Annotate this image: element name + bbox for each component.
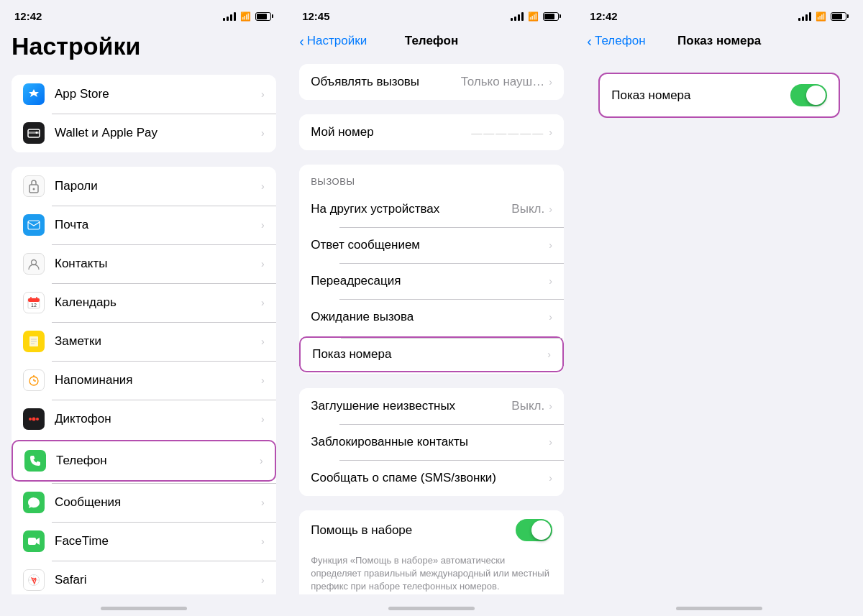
- calls-section-label: ВЫЗОВЫ: [299, 165, 564, 191]
- reminders-chevron: ›: [261, 374, 265, 386]
- home-indicator-3: [575, 594, 863, 616]
- calendar-chevron: ›: [261, 297, 265, 308]
- facetime-chevron: ›: [261, 535, 265, 547]
- notes-chevron: ›: [261, 336, 265, 347]
- phone-header: ‹ Настройки Телефон: [288, 27, 575, 58]
- list-item-passwords[interactable]: Пароли ›: [12, 167, 276, 206]
- mail-chevron: ›: [261, 219, 265, 231]
- show-number-chevron: ›: [547, 349, 551, 360]
- phone-scroll[interactable]: Объявлять вызовы Только науш… › Мой номе…: [288, 58, 575, 594]
- settings-scroll[interactable]: App Store › Wallet и Apple Pay ›: [0, 69, 288, 594]
- list-item-dial-assist[interactable]: Помощь в наборе: [299, 510, 564, 550]
- announce-label: Объявлять вызовы: [311, 75, 460, 89]
- list-item-phone[interactable]: Телефон ›: [12, 440, 276, 482]
- my-number-group: Мой номер —————— ›: [299, 114, 564, 150]
- status-icons-3: 📶: [798, 12, 849, 22]
- recorder-icon: [23, 408, 45, 430]
- wifi-icon-1: 📶: [240, 12, 251, 22]
- battery-icon-1: [255, 12, 273, 21]
- show-number-label-p2: Показ номера: [312, 347, 547, 362]
- list-item-other-devices[interactable]: На других устройствах Выкл. ›: [299, 191, 564, 227]
- phone-icon: [24, 450, 46, 472]
- status-icons-2: 📶: [511, 12, 561, 22]
- home-indicator-1: [0, 594, 288, 616]
- my-number-label: Мой номер: [311, 125, 471, 139]
- list-item-call-waiting[interactable]: Ожидание вызова ›: [299, 299, 564, 335]
- call-waiting-label: Ожидание вызова: [311, 310, 549, 324]
- svg-rect-5: [28, 221, 40, 229]
- show-number-scroll[interactable]: Показ номера: [575, 58, 863, 594]
- appstore-label: App Store: [55, 87, 261, 101]
- phone-panel: 12:45 📶 ‹ Настройки Телефон Объявлять вы…: [288, 0, 575, 616]
- list-item-appstore[interactable]: App Store ›: [12, 75, 276, 114]
- my-number-value: ——————: [471, 127, 544, 139]
- back-chevron-2: ‹: [299, 34, 304, 48]
- signal-icon-2: [511, 12, 524, 21]
- appstore-icon: [23, 83, 45, 105]
- status-bar-1: 12:42 📶: [0, 0, 288, 27]
- list-item-wallet[interactable]: Wallet и Apple Pay ›: [12, 114, 276, 152]
- svg-point-22: [36, 418, 39, 420]
- status-icons-1: 📶: [223, 12, 273, 22]
- assist-description: Функция «Помощь в наборе» автоматически …: [299, 550, 564, 594]
- contacts-label: Контакты: [55, 257, 261, 271]
- list-item-reply-message[interactable]: Ответ сообщением ›: [299, 227, 564, 263]
- back-to-phone[interactable]: ‹ Телефон: [587, 34, 645, 48]
- list-item-facetime[interactable]: FaceTime ›: [12, 522, 276, 561]
- block-group: Заглушение неизвестных Выкл. › Заблокиро…: [299, 388, 564, 496]
- list-item-mail[interactable]: Почта ›: [12, 206, 276, 244]
- blocked-contacts-chevron: ›: [549, 436, 552, 448]
- silence-unknown-chevron: ›: [549, 400, 552, 412]
- forwarding-label: Переадресация: [311, 274, 549, 288]
- back-label-2: Настройки: [307, 34, 367, 48]
- list-item-safari[interactable]: Safari ›: [12, 561, 276, 594]
- time-2: 12:45: [302, 10, 329, 22]
- safari-label: Safari: [55, 573, 261, 587]
- announce-chevron: ›: [549, 76, 552, 88]
- messages-icon: [23, 492, 45, 513]
- list-item-forwarding[interactable]: Переадресация ›: [299, 263, 564, 299]
- list-item-notes[interactable]: Заметки ›: [12, 322, 276, 361]
- list-item-show-number[interactable]: Показ номера ›: [299, 336, 564, 372]
- reply-message-chevron: ›: [549, 239, 552, 251]
- show-number-row-container: Показ номера: [587, 73, 851, 118]
- calendar-label: Календарь: [55, 295, 261, 310]
- assist-group: Помощь в наборе Функция «Помощь в наборе…: [299, 510, 564, 594]
- svg-rect-1: [28, 132, 40, 134]
- appstore-chevron: ›: [261, 88, 265, 100]
- recorder-chevron: ›: [261, 413, 265, 425]
- list-item-spam-report[interactable]: Сообщать о спаме (SMS/звонки) ›: [299, 460, 564, 496]
- messages-label: Сообщения: [55, 495, 261, 510]
- battery-icon-2: [543, 12, 561, 21]
- other-devices-value: Выкл.: [511, 202, 544, 216]
- safari-chevron: ›: [261, 574, 265, 586]
- status-bar-3: 12:42 📶: [575, 0, 863, 27]
- time-3: 12:42: [590, 10, 617, 22]
- list-item-announce[interactable]: Объявлять вызовы Только науш… ›: [299, 64, 564, 100]
- list-item-calendar[interactable]: 12 Календарь ›: [12, 283, 276, 322]
- show-number-toggle-row[interactable]: Показ номера: [598, 73, 840, 118]
- list-item-silence-unknown[interactable]: Заглушение неизвестных Выкл. ›: [299, 388, 564, 424]
- announce-group: Объявлять вызовы Только науш… ›: [299, 64, 564, 100]
- mail-label: Почта: [55, 218, 261, 232]
- dial-assist-toggle[interactable]: [516, 519, 552, 541]
- announce-value: Только науш…: [461, 75, 545, 89]
- signal-icon-3: [798, 12, 811, 21]
- silence-unknown-value: Выкл.: [511, 399, 544, 413]
- list-item-recorder[interactable]: Диктофон ›: [12, 400, 276, 438]
- show-number-toggle[interactable]: [790, 84, 827, 106]
- safari-icon: [23, 569, 45, 591]
- back-to-settings[interactable]: ‹ Настройки: [299, 34, 367, 48]
- list-item-blocked-contacts[interactable]: Заблокированные контакты ›: [299, 424, 564, 460]
- top-group: App Store › Wallet и Apple Pay ›: [12, 75, 276, 152]
- list-item-my-number[interactable]: Мой номер —————— ›: [299, 114, 564, 150]
- list-item-reminders[interactable]: Напоминания ›: [12, 361, 276, 400]
- list-item-messages[interactable]: Сообщения ›: [12, 483, 276, 522]
- notes-icon: [23, 331, 45, 352]
- blocked-contacts-label: Заблокированные контакты: [311, 435, 549, 449]
- list-item-contacts[interactable]: Контакты ›: [12, 244, 276, 283]
- wallet-icon: [23, 122, 45, 144]
- show-number-title: Показ номера: [677, 34, 761, 48]
- mail-icon: [23, 214, 45, 236]
- contacts-icon: [23, 253, 45, 275]
